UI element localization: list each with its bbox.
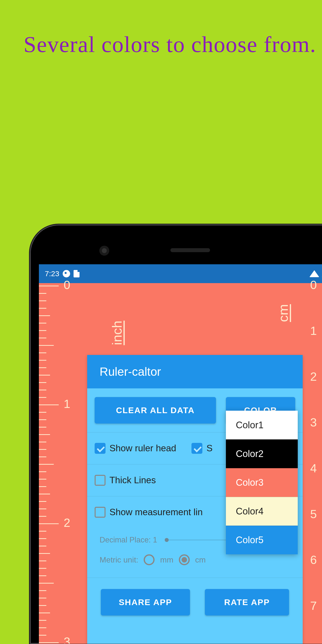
- show-ruler-head-checkbox[interactable]: [94, 443, 106, 454]
- color-option-2[interactable]: Color2: [226, 440, 298, 468]
- second-checkbox-label: S: [206, 443, 212, 454]
- settings-dialog: Ruler-caltor CLEAR ALL DATA COLOR Show r…: [87, 355, 303, 644]
- cm-radio[interactable]: [179, 554, 190, 565]
- status-bar: 7:23: [39, 264, 322, 283]
- cm-number: 2: [310, 370, 317, 384]
- phone-screen: 7:23 inch cm 0123 0123456789 Ruler-calto…: [39, 264, 322, 644]
- clear-all-data-button[interactable]: CLEAR ALL DATA: [94, 397, 216, 424]
- show-measurement-line-checkbox[interactable]: [94, 507, 106, 518]
- cm-number: 4: [310, 462, 317, 475]
- mm-radio[interactable]: [144, 554, 154, 565]
- inch-number: 3: [64, 635, 70, 644]
- color-option-3[interactable]: Color3: [226, 468, 298, 497]
- second-checkbox[interactable]: [192, 443, 202, 454]
- cm-number: 7: [310, 599, 317, 612]
- inch-number: 0: [64, 278, 70, 292]
- wifi-icon: [309, 270, 319, 277]
- ruler-background: inch cm 0123 0123456789 Ruler-caltor CLE…: [39, 283, 322, 644]
- phone-camera: [99, 246, 109, 256]
- inch-ruler-ticks: 0123: [39, 283, 64, 644]
- inch-unit-label: inch: [109, 320, 124, 345]
- cm-number: 1: [310, 324, 317, 338]
- inch-number: 1: [64, 397, 70, 411]
- color-option-5[interactable]: Color5: [226, 526, 298, 554]
- color-dropdown: Color1 Color2 Color3 Color4 Color5: [226, 411, 298, 554]
- cm-number: 6: [310, 553, 317, 567]
- rate-app-button[interactable]: RATE APP: [205, 589, 289, 616]
- thick-lines-checkbox[interactable]: [94, 475, 106, 486]
- cm-number: 0: [310, 278, 317, 292]
- inch-number: 2: [64, 516, 70, 530]
- notification-icon: [63, 270, 70, 278]
- cm-ruler-ticks: 0123456789: [317, 283, 322, 644]
- thick-lines-label: Thick Lines: [110, 475, 156, 486]
- metric-unit-label: Metric unit:: [100, 555, 138, 564]
- color-option-4[interactable]: Color4: [226, 497, 298, 526]
- promo-headline: Several colors to choose from.: [24, 27, 316, 62]
- status-time: 7:23: [45, 270, 59, 278]
- cm-unit-label: cm: [276, 304, 291, 322]
- show-measurement-line-label: Show measurement lin: [110, 507, 202, 518]
- cm-number: 3: [310, 416, 317, 429]
- dialog-title: Ruler-caltor: [87, 355, 303, 388]
- mm-label: mm: [160, 555, 173, 564]
- cm-label: cm: [195, 555, 206, 564]
- sd-card-icon: [74, 270, 80, 278]
- phone-speaker: [170, 248, 210, 252]
- show-ruler-head-label: Show ruler head: [110, 443, 176, 454]
- share-app-button[interactable]: SHARE APP: [101, 589, 190, 616]
- cm-number: 5: [310, 507, 317, 521]
- decimal-place-label: Decimal Place: 1: [100, 536, 157, 544]
- color-option-1[interactable]: Color1: [226, 411, 298, 440]
- phone-frame: 7:23 inch cm 0123 0123456789 Ruler-calto…: [29, 224, 322, 644]
